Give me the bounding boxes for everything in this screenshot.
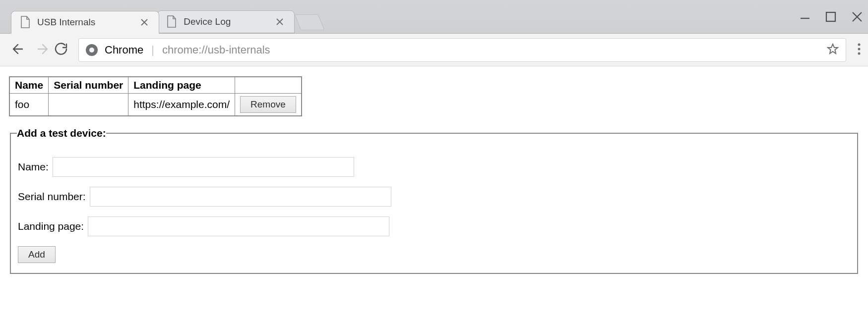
forward-button[interactable]	[36, 42, 50, 58]
name-input[interactable]	[53, 157, 354, 177]
close-icon[interactable]	[276, 18, 283, 25]
table-header-row: Name Serial number Landing page	[9, 77, 302, 94]
tab-label: USB Internals	[37, 17, 95, 28]
tab-usb-internals[interactable]: USB Internals	[11, 11, 159, 34]
reload-button[interactable]	[55, 43, 67, 57]
svg-point-3	[858, 52, 861, 54]
add-device-fieldset: Add a test device: Name: Serial number: …	[10, 127, 858, 274]
page-icon	[167, 15, 177, 28]
col-landing: Landing page	[128, 77, 235, 94]
table-row: foo https://example.com/ Remove	[9, 94, 302, 116]
window-controls	[800, 0, 863, 34]
maximize-icon[interactable]	[825, 11, 836, 22]
svg-point-2	[858, 48, 861, 50]
address-scheme: Chrome	[105, 44, 143, 56]
cell-actions: Remove	[235, 94, 302, 116]
toolbar: Chrome | chrome://usb-internals	[0, 34, 868, 66]
row-serial: Serial number:	[18, 187, 850, 207]
landing-label: Landing page:	[18, 220, 84, 232]
close-icon[interactable]	[141, 19, 148, 26]
page-content: Name Serial number Landing page foo http…	[0, 66, 868, 284]
add-device-legend: Add a test device:	[17, 127, 106, 139]
col-serial: Serial number	[49, 77, 128, 94]
bookmark-star-icon[interactable]	[827, 43, 839, 57]
device-table: Name Serial number Landing page foo http…	[9, 76, 302, 116]
row-landing: Landing page:	[18, 216, 850, 236]
chrome-icon	[86, 44, 98, 56]
col-actions	[235, 77, 302, 94]
address-url: chrome://usb-internals	[162, 44, 270, 56]
remove-button[interactable]: Remove	[240, 96, 296, 113]
svg-point-1	[858, 43, 861, 46]
cell-landing: https://example.com/	[128, 94, 235, 116]
row-name: Name:	[18, 157, 850, 177]
cell-serial	[49, 94, 128, 116]
menu-kebab-icon[interactable]	[857, 43, 861, 57]
back-button[interactable]	[11, 42, 25, 58]
close-window-icon[interactable]	[851, 11, 863, 23]
tab-strip: USB Internals Device Log	[0, 0, 868, 34]
name-label: Name:	[18, 161, 49, 173]
tab-label: Device Log	[184, 16, 231, 27]
nav-arrows	[11, 42, 50, 58]
svg-rect-0	[826, 12, 835, 21]
new-tab-button[interactable]	[295, 14, 325, 30]
minimize-icon[interactable]	[800, 11, 810, 22]
address-separator: |	[151, 44, 154, 56]
omnibox[interactable]: Chrome | chrome://usb-internals	[78, 38, 846, 62]
serial-label: Serial number:	[18, 191, 86, 203]
row-add: Add	[18, 246, 850, 263]
add-button[interactable]: Add	[18, 246, 56, 263]
serial-input[interactable]	[90, 187, 391, 207]
page-icon	[20, 16, 30, 29]
tab-device-log[interactable]: Device Log	[157, 10, 295, 33]
cell-name: foo	[9, 94, 49, 116]
col-name: Name	[9, 77, 49, 94]
landing-input[interactable]	[88, 216, 389, 236]
